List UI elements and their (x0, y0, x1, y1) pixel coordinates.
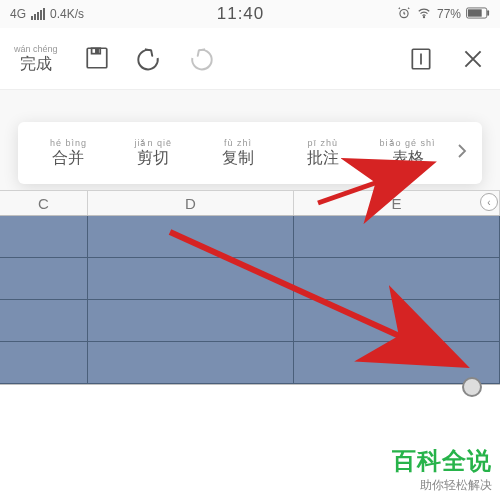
status-bar: 4G 0.4K/s 11:40 77% (0, 0, 500, 28)
cell[interactable] (88, 300, 294, 341)
undo-icon[interactable] (136, 45, 162, 71)
table-row[interactable] (0, 258, 500, 300)
table-row[interactable] (0, 216, 500, 258)
cell[interactable] (0, 216, 88, 257)
cell[interactable] (0, 342, 88, 383)
col-header-d[interactable]: D (88, 191, 294, 215)
redo-icon (188, 45, 214, 71)
table-row[interactable] (0, 300, 500, 342)
battery-label: 77% (437, 7, 461, 21)
network-label: 4G (10, 7, 26, 21)
svg-rect-4 (468, 9, 482, 16)
menu-table[interactable]: biǎo gé shì 表格 (365, 139, 450, 166)
column-headers: C D E (0, 190, 500, 216)
signal-icon (31, 8, 45, 20)
svg-rect-3 (487, 10, 489, 16)
col-header-e[interactable]: E (294, 191, 500, 215)
finish-button[interactable]: wán chéng 完成 (14, 45, 58, 72)
svg-rect-7 (95, 50, 97, 53)
net-speed: 0.4K/s (50, 7, 84, 21)
main-toolbar: wán chéng 完成 (0, 28, 500, 90)
menu-comment[interactable]: pī zhù 批注 (280, 139, 365, 166)
battery-icon (466, 7, 490, 22)
menu-copy[interactable]: fù zhì 复制 (196, 139, 281, 166)
finish-pinyin: wán chéng (14, 45, 58, 55)
alarm-icon (397, 6, 411, 23)
table-row[interactable] (0, 342, 500, 384)
cell[interactable] (294, 216, 500, 257)
cell[interactable] (0, 300, 88, 341)
menu-merge[interactable]: hé bìng 合并 (26, 139, 111, 166)
watermark-subtitle: 助你轻松解决 (392, 477, 492, 494)
selection-handle[interactable] (462, 377, 482, 397)
svg-point-1 (423, 16, 424, 17)
menu-more-icon[interactable] (450, 143, 474, 164)
col-header-c[interactable]: C (0, 191, 88, 215)
cell[interactable] (88, 342, 294, 383)
cell[interactable] (294, 258, 500, 299)
cell[interactable] (0, 258, 88, 299)
cell[interactable] (294, 300, 500, 341)
save-icon[interactable] (84, 45, 110, 71)
watermark: 百科全说 助你轻松解决 (392, 445, 492, 494)
close-icon[interactable] (460, 46, 486, 72)
clock: 11:40 (217, 4, 265, 24)
menu-cut[interactable]: jiǎn qiē 剪切 (111, 139, 196, 166)
context-menu: hé bìng 合并 jiǎn qiē 剪切 fù zhì 复制 pī zhù … (18, 122, 482, 184)
cell[interactable] (88, 258, 294, 299)
reading-mode-icon[interactable] (408, 46, 434, 72)
finish-label: 完成 (20, 55, 52, 72)
wifi-icon (416, 6, 432, 23)
cell[interactable] (88, 216, 294, 257)
expand-icon[interactable]: ‹ (480, 193, 498, 211)
watermark-title: 百科全说 (392, 445, 492, 477)
